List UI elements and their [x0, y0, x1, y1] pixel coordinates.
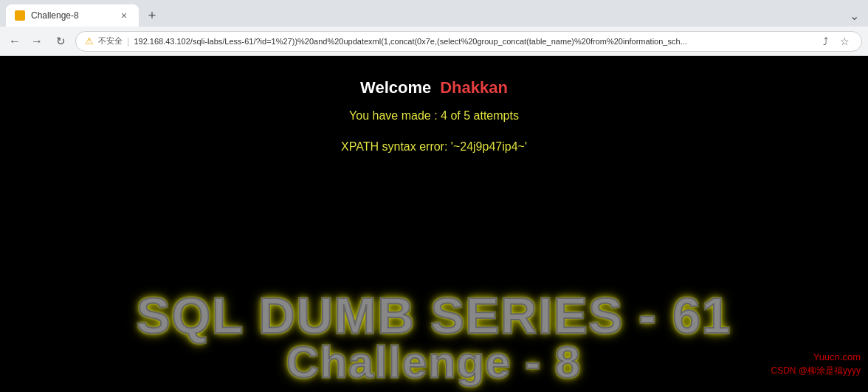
- page-content: Welcome Dhakkan You have made : 4 of 5 a…: [0, 56, 868, 392]
- tab-end-controls[interactable]: ⌄: [850, 9, 862, 23]
- tab-close-button[interactable]: ×: [118, 10, 130, 21]
- dhakkan-text: Dhakkan: [440, 78, 508, 97]
- attempts-text: You have made : 4 of 5 attempts: [349, 109, 519, 123]
- welcome-text: Welcome: [360, 78, 431, 97]
- new-tab-button[interactable]: +: [142, 5, 162, 26]
- address-box[interactable]: ⚠ 不安全 | 192.168.43.102/sqli-labs/Less-61…: [75, 31, 862, 52]
- bookmark-icon[interactable]: ☆: [836, 33, 852, 49]
- watermark2: CSDN @柳涂是福yyyy: [771, 365, 861, 377]
- browser-chrome: Challenge-8 × + ⌄ ← → ↻ ⚠ 不安全 | 192.168.…: [0, 0, 868, 56]
- separator: |: [127, 35, 129, 47]
- big-title-container: SQL DUMB SERIES - 61 Challenge - 8: [0, 290, 868, 392]
- url-text: 192.168.43.102/sqli-labs/Less-61/?id=1%2…: [134, 37, 813, 46]
- share-icon[interactable]: ⤴: [817, 33, 833, 49]
- big-title-line2: Challenge - 8: [0, 340, 868, 385]
- not-secure-label: 不安全: [98, 35, 123, 47]
- xpath-error-text: XPATH syntax error: '~24j9p47ip4~': [341, 140, 527, 154]
- watermark1: Yuucn.com: [813, 351, 861, 362]
- warning-icon: ⚠: [85, 35, 94, 47]
- tab-title: Challenge-8: [31, 10, 112, 21]
- address-bar-row: ← → ↻ ⚠ 不安全 | 192.168.43.102/sqli-labs/L…: [0, 27, 868, 56]
- back-button[interactable]: ←: [6, 32, 24, 50]
- address-icons: ⤴ ☆: [817, 33, 852, 49]
- tab-bar: Challenge-8 × + ⌄: [0, 0, 868, 27]
- big-title-line1: SQL DUMB SERIES - 61: [0, 290, 868, 340]
- active-tab[interactable]: Challenge-8 ×: [6, 4, 139, 27]
- reload-button[interactable]: ↻: [50, 31, 71, 52]
- welcome-line: Welcome Dhakkan: [360, 78, 508, 97]
- tab-favicon: [15, 10, 25, 21]
- forward-button[interactable]: →: [28, 32, 46, 50]
